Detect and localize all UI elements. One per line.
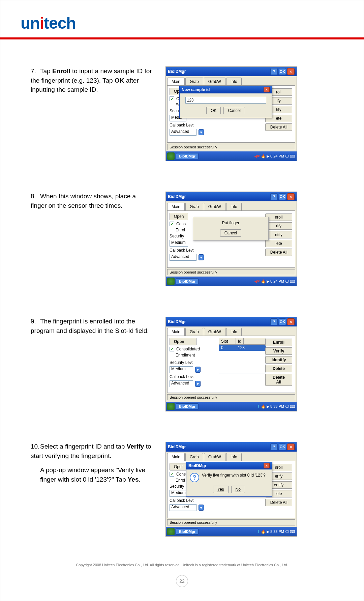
clock: 8:33 PM	[270, 404, 284, 408]
dropdown-icon[interactable]: ▾	[199, 129, 204, 135]
logo: unitech	[21, 14, 343, 32]
col-id: Id	[236, 338, 244, 344]
tab-grabw[interactable]: GrabW	[204, 78, 225, 85]
delete-all-button[interactable]: Delete All	[265, 123, 292, 131]
callback-select[interactable]: Advanced	[170, 129, 196, 136]
help-button[interactable]: ?	[270, 68, 278, 75]
start-button[interactable]	[167, 152, 175, 160]
screenshot-8: BioIDMgr?OK× MainGrabGrabWInfo Open ✓Con…	[165, 192, 297, 286]
status-bar: Session opened successfully	[167, 269, 295, 275]
screenshot-7: BioIDMgr?OK× MainGrabGrabWInfo Op ✓Co En…	[165, 66, 297, 161]
tab-info[interactable]: Info	[226, 78, 242, 85]
start-button[interactable]	[167, 278, 175, 285]
close-button[interactable]: ×	[287, 193, 295, 200]
start-button[interactable]	[167, 403, 175, 410]
close-button[interactable]: ×	[287, 443, 295, 450]
callback-select[interactable]: Advanced	[170, 380, 193, 387]
cancel-button[interactable]: Cancel	[223, 107, 245, 114]
consolidated-checkbox[interactable]: ✓	[170, 347, 174, 351]
slot-id-table[interactable]: SlotId 0123	[219, 338, 266, 373]
security-select[interactable]: Medium	[170, 366, 193, 373]
question-icon: ?	[190, 473, 199, 482]
dropdown-icon[interactable]: ▾	[195, 381, 201, 387]
sample-id-input[interactable]	[185, 97, 266, 104]
screenshot-9: BioIDMgr?OK× MainGrabGrabWInfo Open ✓Con…	[165, 317, 297, 411]
delete-button[interactable]: Delete	[265, 365, 292, 372]
col-slot: Slot	[219, 338, 236, 344]
window-title: BioIDMgr	[168, 319, 186, 324]
ok-button[interactable]: OK	[206, 107, 221, 114]
enroll-button[interactable]: Enroll	[265, 339, 292, 346]
delete-all-button[interactable]: Delete All	[265, 249, 292, 256]
screenshot-10: BioIDMgr?OK× MainGrabGrabWInfo Oper ✓Con…	[165, 442, 297, 537]
dialog-close-icon[interactable]: ×	[264, 87, 270, 92]
clock: 8:24 PM	[270, 279, 284, 283]
no-button[interactable]: No	[231, 486, 245, 493]
dropdown-icon[interactable]: ▾	[199, 505, 204, 511]
step-9: 9.The fingerprint is enrolled into the p…	[31, 317, 333, 411]
dialog-title: BioIDMgr	[188, 463, 206, 468]
ok-button-title[interactable]: OK	[279, 68, 286, 75]
dropdown-icon[interactable]: ▾	[195, 367, 201, 373]
tab-main[interactable]: Main	[167, 78, 185, 85]
step-8-text: 8.When this window shows, place a finger…	[31, 192, 152, 210]
start-button[interactable]	[167, 528, 175, 535]
open-button[interactable]: Open	[170, 338, 196, 345]
step-7-text: 7.Tap Enroll to input a new sample ID fo…	[31, 66, 152, 94]
window-title: BioIDMgr	[168, 194, 186, 199]
yes-button[interactable]: Yes	[213, 486, 229, 493]
verify-button[interactable]: Verify	[265, 347, 292, 355]
copyright: Copyright 2008 Unitech Electronics Co., …	[0, 563, 364, 567]
dialog-message: Put finger	[196, 221, 265, 225]
dialog-message: Verify live finger with slot 0 id '123'?	[190, 473, 268, 478]
status-bar: Session opened successfully	[167, 394, 295, 400]
dialog-close-icon[interactable]: ×	[264, 463, 270, 468]
page-number: 22	[176, 575, 188, 587]
tray-icon: 🖵	[285, 154, 289, 158]
close-button[interactable]: ×	[287, 68, 295, 75]
clock: 8:24 PM	[270, 154, 284, 158]
keyboard-icon: ⌨	[290, 154, 295, 159]
step-10-text: 10.Select a fingerprint ID and tap Verif…	[31, 442, 152, 484]
identify-button[interactable]: Identify	[265, 356, 292, 364]
delete-all-button[interactable]: Delete All	[265, 499, 292, 506]
step-9-text: 9.The fingerprint is enrolled into the p…	[31, 317, 152, 335]
status-bar: Session opened successfully	[167, 144, 295, 150]
taskbar-app[interactable]: BioIDMgr	[176, 153, 199, 159]
cancel-button[interactable]: Cancel	[220, 229, 241, 237]
step-8: 8.When this window shows, place a finger…	[31, 192, 333, 286]
step-7: 7.Tap Enroll to input a new sample ID fo…	[31, 66, 333, 161]
window-title: BioIDMgr	[168, 69, 186, 74]
dialog-title: New sample id	[182, 87, 210, 92]
tab-grab[interactable]: Grab	[185, 78, 203, 85]
dropdown-icon[interactable]: ▾	[199, 254, 204, 260]
clock: 8:33 PM	[270, 530, 284, 534]
delete-all-button[interactable]: Delete All	[265, 374, 292, 386]
window-title: BioIDMgr	[168, 445, 186, 449]
status-bar: Session opened successfully	[167, 519, 295, 525]
table-row[interactable]: 0123	[219, 345, 266, 351]
close-button[interactable]: ×	[287, 318, 295, 325]
step-10: 10.Select a fingerprint ID and tap Verif…	[31, 442, 333, 537]
